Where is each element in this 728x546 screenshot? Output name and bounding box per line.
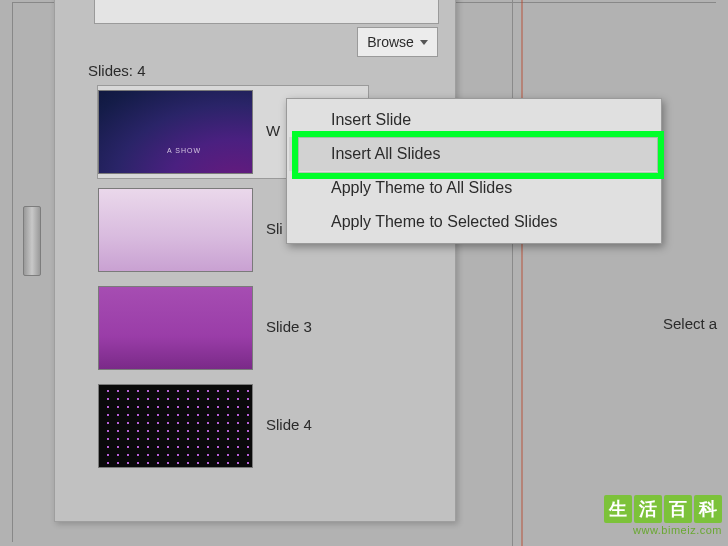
slide-edge-indicator [521, 0, 523, 546]
slide-caption: Sli [266, 220, 283, 237]
slide-thumbnail [98, 286, 253, 370]
menu-item-insert-slide[interactable]: Insert Slide [289, 103, 659, 137]
slide-thumbnail: A SHOW [98, 90, 253, 174]
menu-item-apply-theme-all[interactable]: Apply Theme to All Slides [289, 171, 659, 205]
browse-button[interactable]: Browse [357, 27, 438, 57]
context-menu: Insert Slide Insert All Slides Apply The… [286, 98, 662, 244]
slide-caption: Slide 4 [266, 416, 312, 433]
watermark-char: 生 [604, 495, 632, 523]
slide-caption: Slide 3 [266, 318, 312, 335]
vertical-divider [512, 0, 513, 546]
watermark-url: www.bimeiz.com [604, 525, 722, 536]
frame-border [12, 2, 13, 542]
file-path-input[interactable] [94, 0, 439, 24]
chevron-down-icon [420, 40, 428, 45]
app-frame: Browse Slides: 4 A SHOW W Sli Slide 3 Sl… [0, 0, 728, 546]
watermark-char: 活 [634, 495, 662, 523]
menu-item-apply-theme-selected[interactable]: Apply Theme to Selected Slides [289, 205, 659, 239]
slides-count-label: Slides: 4 [88, 62, 146, 79]
scrollbar-thumb[interactable] [23, 206, 41, 276]
slide-thumbnail [98, 384, 253, 468]
watermark-blocks: 生 活 百 科 [604, 495, 722, 523]
browse-label: Browse [367, 34, 414, 50]
select-hint: Select a [663, 315, 717, 332]
slide-caption: W [266, 122, 280, 139]
menu-item-insert-all-slides[interactable]: Insert All Slides [289, 137, 659, 171]
watermark-char: 科 [694, 495, 722, 523]
slide-item[interactable]: Slide 3 [98, 282, 368, 374]
watermark: 生 活 百 科 www.bimeiz.com [604, 495, 722, 536]
slide-thumbnail [98, 188, 253, 272]
watermark-char: 百 [664, 495, 692, 523]
thumbnail-text: A SHOW [167, 147, 201, 154]
slide-item[interactable]: Slide 4 [98, 380, 368, 472]
